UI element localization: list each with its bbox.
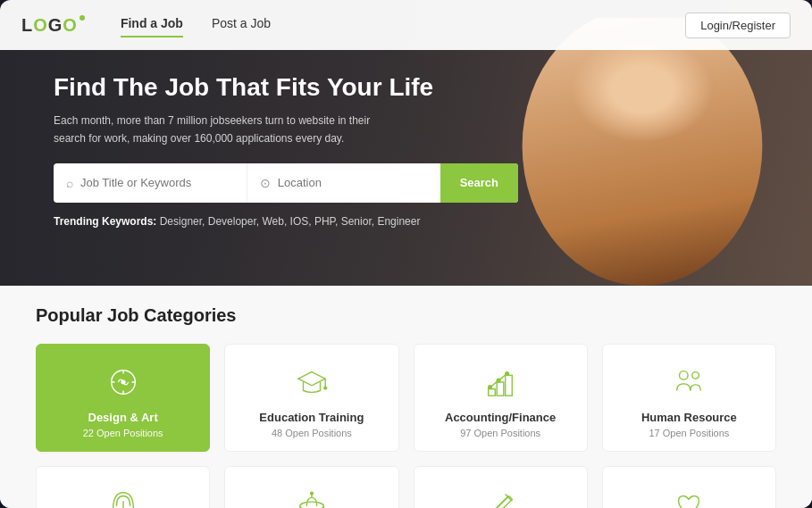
search-button[interactable]: Search xyxy=(440,163,518,203)
logo-dot xyxy=(80,15,85,21)
svg-rect-5 xyxy=(506,375,513,396)
job-search-wrap: ⌕ xyxy=(54,163,247,203)
hero-content: Find The Job That Fits Your Life Each mo… xyxy=(54,71,500,228)
hr-name: Human Resource xyxy=(641,411,737,424)
category-accounting-finance[interactable]: Accounting/Finance 97 Open Positions xyxy=(414,344,588,452)
svg-rect-4 xyxy=(497,382,504,396)
hr-icon xyxy=(667,361,710,404)
category-design-art[interactable]: Design & Art 22 Open Positions xyxy=(36,344,210,452)
nav-post-job[interactable]: Post a Job xyxy=(212,16,271,34)
hero-title: Find The Job That Fits Your Life xyxy=(54,71,500,104)
svg-point-11 xyxy=(300,502,324,508)
design-art-count: 22 Open Positions xyxy=(83,428,163,438)
svg-point-6 xyxy=(489,386,492,389)
svg-point-1 xyxy=(121,380,125,384)
logo-text: LOGO xyxy=(21,15,78,36)
education-count: 48 Open Positions xyxy=(272,428,352,438)
hero-subtitle: Each month, more than 7 million jobseeke… xyxy=(54,112,393,146)
categories-section: Popular Job Categories Design & Art 22 O… xyxy=(0,286,812,508)
trending-keywords: Trending Keywords: Designer, Developer, … xyxy=(54,215,500,228)
categories-row-2: Telecommunications 60 Open Positions Res… xyxy=(36,466,776,508)
health-icon xyxy=(667,483,710,508)
svg-point-9 xyxy=(680,371,689,380)
categories-title: Popular Job Categories xyxy=(36,305,776,326)
nav-links: Find a Job Post a Job xyxy=(121,16,685,34)
svg-point-7 xyxy=(497,379,500,382)
trending-label: Trending Keywords: xyxy=(54,215,156,228)
finance-count: 97 Open Positions xyxy=(460,428,540,438)
construction-icon xyxy=(479,483,522,508)
category-human-resource[interactable]: Human Resource 17 Open Positions xyxy=(602,344,776,452)
search-bar: ⌕ ⊙ Search xyxy=(54,163,518,203)
screen: LOGO Find a Job Post a Job Login/Registe… xyxy=(0,0,812,508)
finance-name: Accounting/Finance xyxy=(445,411,556,424)
category-education-training[interactable]: Education Training 48 Open Positions xyxy=(224,344,398,452)
category-construction[interactable]: Construction / Facilities 05 Open Positi… xyxy=(414,466,588,508)
nav-find-job[interactable]: Find a Job xyxy=(121,16,183,34)
telecom-icon xyxy=(102,483,145,508)
location-icon: ⊙ xyxy=(260,176,271,190)
svg-rect-3 xyxy=(489,389,496,396)
design-art-name: Design & Art xyxy=(88,411,158,424)
trending-links: Designer, Developer, Web, IOS, PHP, Seni… xyxy=(160,215,421,228)
finance-icon xyxy=(479,361,522,404)
restaurant-icon xyxy=(290,483,333,508)
svg-point-12 xyxy=(310,492,313,495)
login-register-button[interactable]: Login/Register xyxy=(685,12,791,38)
location-wrap: ⊙ xyxy=(247,163,440,203)
location-input[interactable] xyxy=(278,176,428,189)
svg-point-10 xyxy=(692,372,699,379)
search-icon: ⌕ xyxy=(66,176,73,190)
category-health[interactable]: Health/Fitness 10 Open Positions xyxy=(602,466,776,508)
categories-row-1: Design & Art 22 Open Positions Education… xyxy=(36,344,776,452)
design-art-icon xyxy=(102,361,145,404)
navbar: LOGO Find a Job Post a Job Login/Registe… xyxy=(0,0,812,50)
hero-person-image xyxy=(517,18,767,286)
logo: LOGO xyxy=(21,15,85,36)
svg-point-2 xyxy=(324,387,327,389)
svg-point-8 xyxy=(506,372,509,376)
education-name: Education Training xyxy=(259,411,364,424)
category-telecom[interactable]: Telecommunications 60 Open Positions xyxy=(36,466,210,508)
category-restaurant[interactable]: Restaurant/Delivery 22 Open Positions xyxy=(224,466,398,508)
job-search-input[interactable] xyxy=(80,176,234,189)
hr-count: 17 Open Positions xyxy=(649,428,729,438)
education-icon xyxy=(290,361,333,404)
